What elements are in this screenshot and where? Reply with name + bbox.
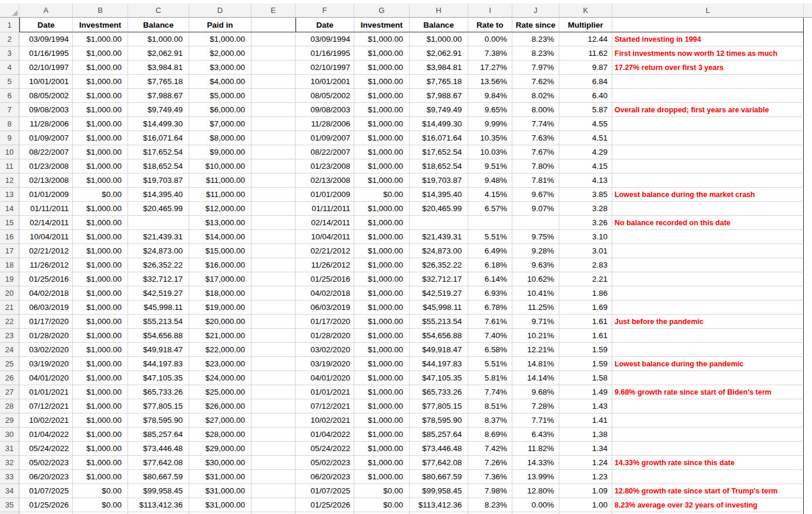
cell-G20[interactable]: $1,000.00 — [354, 286, 410, 301]
cell-K31[interactable]: 1.34 — [559, 442, 612, 456]
cell-D18[interactable]: $16,000.00 — [189, 258, 251, 272]
cell-B28[interactable]: $1,000.00 — [73, 399, 128, 413]
cell-A18[interactable]: 11/26/2012 — [19, 258, 73, 272]
cell-L26[interactable] — [612, 371, 804, 385]
cell-M26[interactable] — [804, 371, 812, 385]
cell-H15[interactable] — [410, 216, 468, 230]
cell-I24[interactable]: 6.58% — [468, 343, 512, 357]
cell-L30[interactable] — [612, 428, 804, 442]
cell-H27[interactable]: $65,733.26 — [410, 385, 468, 399]
cell-H17[interactable]: $24,873.00 — [410, 244, 468, 258]
cell-G23[interactable]: $1,000.00 — [354, 329, 410, 343]
cell-G15[interactable]: $1,000.00 — [354, 216, 410, 230]
cell-H28[interactable]: $77,805.15 — [410, 399, 468, 413]
cell-K10[interactable]: 4.29 — [559, 145, 612, 159]
cell-I34[interactable]: 7.98% — [468, 484, 512, 498]
cell-D21[interactable]: $19,000.00 — [189, 301, 251, 315]
cell-G8[interactable]: $1,000.00 — [354, 117, 410, 131]
cell-I23[interactable]: 7.40% — [468, 329, 512, 343]
cell-L34[interactable]: 12.80% growth rate since start of Trump'… — [612, 484, 804, 498]
cell-H19[interactable]: $32,712.17 — [410, 272, 468, 286]
cell-I29[interactable]: 8.37% — [468, 413, 512, 428]
cell-L11[interactable] — [612, 159, 804, 173]
cell-C34[interactable]: $99,958.45 — [128, 484, 189, 498]
cell-E11[interactable] — [251, 159, 296, 173]
cell-L18[interactable] — [612, 258, 804, 272]
cell-J10[interactable]: 7.67% — [512, 145, 559, 159]
cell-H3[interactable]: $2,062.91 — [410, 46, 468, 61]
select-all-corner[interactable] — [0, 4, 19, 17]
cell-A30[interactable]: 01/04/2022 — [19, 428, 73, 442]
cell-L13[interactable]: Lowest balance during the market crash — [612, 188, 804, 202]
row-header-3[interactable]: 3 — [0, 46, 19, 61]
cell-M15[interactable] — [804, 216, 812, 230]
cell-F7[interactable]: 09/08/2003 — [296, 103, 354, 117]
cell-A6[interactable]: 08/05/2002 — [19, 89, 73, 103]
cell-L35[interactable]: 8.23% average over 32 years of investing — [612, 498, 804, 512]
cell-B17[interactable]: $1,000.00 — [73, 244, 128, 258]
row-header-23[interactable]: 23 — [0, 329, 19, 343]
cell-D29[interactable]: $27,000.00 — [189, 413, 251, 428]
cell-I8[interactable]: 9.99% — [468, 117, 512, 131]
cell-M11[interactable] — [804, 159, 812, 173]
cell-C13[interactable]: $14,395.40 — [128, 188, 189, 202]
column-header-E[interactable]: E — [251, 4, 296, 17]
row-header-29[interactable]: 29 — [0, 413, 19, 428]
cell-B22[interactable]: $1,000.00 — [73, 315, 128, 329]
cell-F26[interactable]: 04/01/2020 — [296, 371, 354, 385]
cell-H18[interactable]: $26,352.22 — [410, 258, 468, 272]
cell-K24[interactable]: 1.59 — [559, 343, 612, 357]
cell-G9[interactable]: $1,000.00 — [354, 131, 410, 145]
cell-I28[interactable]: 8.51% — [468, 399, 512, 413]
cell-H14[interactable]: $20,465.99 — [410, 202, 468, 216]
cell-E18[interactable] — [251, 258, 296, 272]
cell-H26[interactable]: $47,105.35 — [410, 371, 468, 385]
cell-J23[interactable]: 10.21% — [512, 329, 559, 343]
cell-I12[interactable]: 9.48% — [468, 173, 512, 188]
cell-C2[interactable]: $1,000.00 — [128, 32, 189, 46]
cell-B18[interactable]: $1,000.00 — [73, 258, 128, 272]
cell-B35[interactable]: $0.00 — [73, 498, 128, 512]
row-header-16[interactable]: 16 — [0, 230, 19, 244]
cell-K20[interactable]: 1.86 — [559, 286, 612, 301]
cell-K11[interactable]: 4.15 — [559, 159, 612, 173]
cell-I22[interactable]: 7.61% — [468, 315, 512, 329]
cell-E12[interactable] — [251, 173, 296, 188]
cell-D3[interactable]: $2,000.00 — [189, 46, 251, 61]
cell-L1[interactable] — [612, 18, 804, 32]
cell-J1[interactable]: Rate since — [512, 18, 559, 32]
cell-C19[interactable]: $32,712.17 — [128, 272, 189, 286]
cell-I26[interactable]: 5.81% — [468, 371, 512, 385]
cell-B23[interactable]: $1,000.00 — [73, 329, 128, 343]
cell-D35[interactable]: $31,000.00 — [189, 498, 251, 512]
cell-K30[interactable]: 1.38 — [559, 428, 612, 442]
cell-L33[interactable] — [612, 470, 804, 484]
cell-J16[interactable]: 9.75% — [512, 230, 559, 244]
cell-H6[interactable]: $7,988.67 — [410, 89, 468, 103]
cell-K2[interactable]: 12.44 — [559, 32, 612, 46]
row-header-32[interactable]: 32 — [0, 456, 19, 470]
cell-E8[interactable] — [251, 117, 296, 131]
cell-M21[interactable] — [804, 301, 812, 315]
cell-I25[interactable]: 5.51% — [468, 357, 512, 371]
cell-C25[interactable]: $44,197.83 — [128, 357, 189, 371]
cell-J8[interactable]: 7.74% — [512, 117, 559, 131]
row-header-5[interactable]: 5 — [0, 75, 19, 89]
cell-F24[interactable]: 03/02/2020 — [296, 343, 354, 357]
cell-H16[interactable]: $21,439.31 — [410, 230, 468, 244]
cell-A33[interactable]: 06/20/2023 — [19, 470, 73, 484]
cell-G22[interactable]: $1,000.00 — [354, 315, 410, 329]
cell-A16[interactable]: 10/04/2011 — [19, 230, 73, 244]
cell-H24[interactable]: $49,918.47 — [410, 343, 468, 357]
cell-E33[interactable] — [251, 470, 296, 484]
column-header-F[interactable]: F — [296, 4, 354, 17]
cell-L25[interactable]: Lowest balance during the pandemic — [612, 357, 804, 371]
cell-K28[interactable]: 1.43 — [559, 399, 612, 413]
cell-M34[interactable] — [804, 484, 812, 498]
cell-E15[interactable] — [251, 216, 296, 230]
cell-E16[interactable] — [251, 230, 296, 244]
cell-B6[interactable]: $1,000.00 — [73, 89, 128, 103]
cell-J28[interactable]: 7.28% — [512, 399, 559, 413]
cell-I10[interactable]: 10.03% — [468, 145, 512, 159]
cell-H10[interactable]: $17,652.54 — [410, 145, 468, 159]
